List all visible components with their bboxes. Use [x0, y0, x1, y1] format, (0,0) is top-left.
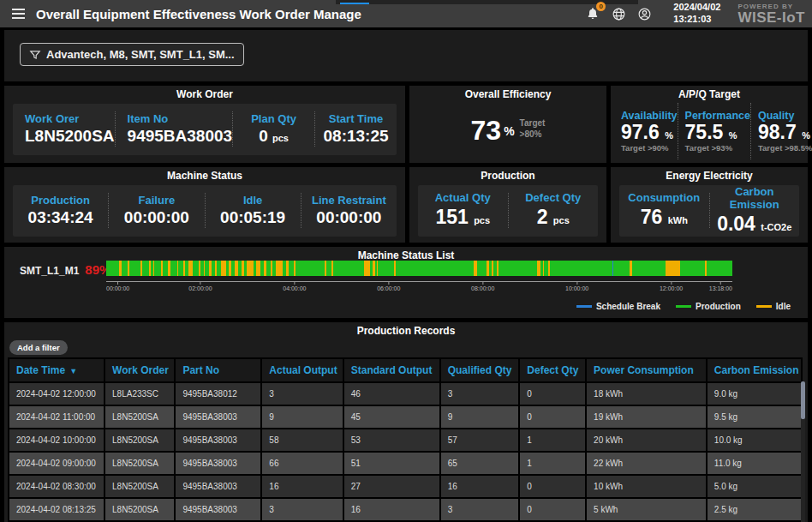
timeline-segment-idle [229, 261, 231, 276]
timeline-legend: Schedule BreakProductionIdle [576, 302, 791, 311]
table-cell: 11.0 kg [707, 452, 802, 475]
column-header[interactable]: Actual Output [261, 358, 343, 382]
column-header[interactable]: Work Order [104, 358, 175, 382]
energy-card: Consumption 76 kWh Carbon Emission 0.04 … [619, 185, 799, 237]
timeline-segment-idle [183, 261, 185, 276]
column-header[interactable]: Power Consumption [586, 358, 707, 382]
stat-label: Start Time [315, 112, 397, 125]
column-header[interactable]: Carbon Emission [707, 358, 802, 382]
timeline-segment-idle [276, 261, 283, 276]
table-cell: L8N5200SA [104, 475, 175, 498]
filter-icon [29, 49, 41, 61]
table-cell: 9.5 kg [707, 405, 802, 429]
timeline-segment-idle [364, 261, 370, 276]
axis-tick: 10:00:00 [565, 282, 588, 291]
machine-status-list-panel: Machine Status List SMT_L1_M1 89% 00:00:… [4, 247, 808, 318]
column-header[interactable]: Date Time▼ [9, 358, 104, 382]
timeline-segment-idle [247, 261, 253, 276]
column-header[interactable]: Part No [175, 358, 261, 382]
table-cell: 9 [440, 405, 520, 429]
timeline-segment-idle [294, 261, 295, 276]
table-row[interactable]: 2024-04-02 08:30:00L8N5200SA9495BA380031… [9, 475, 802, 498]
table-cell: 2024-04-02 08:30:00 [9, 475, 104, 498]
stat-idle-time: Idle 00:05:19 [205, 193, 301, 228]
timeline-segment-idle [630, 261, 632, 276]
timeline-segment-idle [492, 261, 493, 276]
scrollbar-thumb[interactable] [801, 381, 805, 419]
header-actions: 0 2024/04/02 13:21:03 POWERED BY WISE-Io… [584, 2, 812, 26]
timeline-segment-idle [161, 261, 162, 276]
timeline-segment-idle [128, 261, 129, 276]
timeline-segment-idle [215, 261, 217, 276]
table-row[interactable]: 2024-04-02 09:00:00L8N5200SA9495BA380036… [9, 452, 802, 475]
timeline-segment-idle [543, 261, 544, 276]
stat-label: Item No [128, 112, 233, 125]
stat-defect-qty: Defect Qty 2 pcs [508, 193, 599, 228]
timeline-segment-idle [140, 261, 141, 276]
panel-title: Energy Electricity [611, 167, 808, 183]
timeline-segment-idle [331, 261, 332, 276]
axis-tick: 00:00:00 [106, 282, 129, 291]
timeline-segment-idle [177, 261, 178, 276]
machine-timeline-row: SMT_L1_M1 89% [4, 261, 808, 276]
add-filter-button[interactable]: Add a filter [9, 340, 68, 355]
timeline-segment-idle [119, 261, 122, 276]
apq-target-panel: A/P/Q Target Availability 97.6 % Target … [611, 86, 808, 163]
timeline-segment-idle [705, 261, 707, 276]
table-cell: 5.0 kg [707, 475, 802, 498]
timeline-segment-idle [394, 261, 395, 276]
column-header[interactable]: Standard Output [343, 358, 440, 382]
table-row[interactable]: 2024-04-02 10:00:00L8N5200SA9495BA380035… [9, 429, 802, 452]
top-accent-line [340, 3, 369, 4]
table-cell: L8LA233SC [104, 382, 175, 405]
machine-status-card: Production 03:34:24 Failure 00:00:00 Idl… [13, 185, 397, 237]
panel-title: A/P/Q Target [611, 86, 808, 102]
table-cell: 16 [343, 498, 440, 521]
status-timeline-bar[interactable] [106, 261, 732, 276]
machine-label: SMT_L1_M1 89% [20, 262, 110, 277]
stat-plan-qty: Plan Qty 0 pcs [232, 111, 314, 147]
timeline-segment-idle [188, 261, 192, 276]
time-text: 13:21:03 [673, 14, 720, 26]
column-header[interactable]: Defect Qty [519, 358, 586, 382]
axis-tick: 06:00:00 [377, 282, 400, 291]
table-cell: 27 [343, 475, 440, 498]
table-cell: 1 [519, 429, 586, 452]
table-scrollbar[interactable] [801, 381, 805, 522]
table-cell: 5 kWh [586, 498, 707, 521]
table-row[interactable]: 2024-04-02 08:13:25L8N5200SA9495BA380033… [9, 498, 802, 521]
table-row[interactable]: 2024-04-02 11:00:00L8N5200SA9495BA380039… [9, 405, 802, 429]
bell-icon[interactable]: 0 [584, 5, 601, 22]
filter-chip-label: Advantech, M8, SMT, SMT_L1, SM... [46, 48, 235, 61]
table-header-row: Date Time▼Work OrderPart NoActual Output… [9, 358, 802, 382]
table-cell: 66 [261, 452, 343, 475]
column-header[interactable]: Qualified Qty [440, 358, 520, 382]
hamburger-menu-icon[interactable] [5, 0, 31, 27]
timeline-segment-idle [474, 261, 477, 276]
filter-chip[interactable]: Advantech, M8, SMT, SMT_L1, SM... [20, 43, 244, 66]
table-cell: L8N5200SA [104, 498, 175, 521]
timeline-segment-idle [487, 261, 488, 276]
stat-production-time: Production 03:34:24 [13, 193, 108, 228]
timeline-segment-idle [199, 261, 200, 276]
table-cell: 16 [440, 475, 520, 498]
timeline-segment-idle [235, 261, 238, 276]
timeline-segment-idle [153, 261, 154, 276]
work-order-panel: Work Order Work Orer L8N5200SA Item No 9… [4, 86, 405, 163]
table-cell: 10.0 kg [707, 429, 802, 452]
table-cell: 9495BA38003 [175, 429, 261, 452]
table-cell: 9495BA38003 [175, 452, 261, 475]
stat-item-no: Item No 9495BA38003 [115, 111, 233, 147]
panel-title: Overall Efficiency [409, 86, 606, 102]
metric-performance: Performance 75.5 % Target >93% [678, 103, 750, 159]
table-cell: 3 [440, 498, 520, 521]
legend-label: Production [696, 302, 741, 311]
user-icon[interactable] [636, 5, 653, 22]
efficiency-target: Target >80% [520, 117, 546, 140]
stat-start-time: Start Time 08:13:25 [314, 111, 397, 147]
panel-title: Production Records [4, 322, 808, 339]
table-row[interactable]: 2024-04-02 12:00:00L8LA233SC9495BA380123… [9, 382, 802, 405]
globe-icon[interactable] [610, 5, 627, 22]
production-card: Actual Qty 151 pcs Defect Qty 2 pcs [418, 185, 598, 237]
table-cell: 0 [519, 475, 586, 498]
